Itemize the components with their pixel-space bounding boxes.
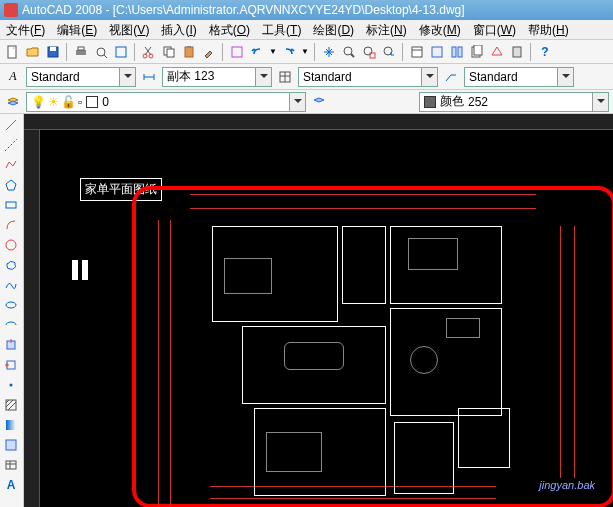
mtext-button[interactable]: A [2, 476, 20, 494]
make-block-button[interactable] [2, 356, 20, 374]
layer-dropdown[interactable]: 💡 ☀ 🔓 ▫ 0 [26, 92, 306, 112]
layer-previous-button[interactable] [310, 93, 328, 111]
menu-bar: 文件(F)编辑(E)视图(V)插入(I)格式(O)工具(T)绘图(D)标注(N)… [0, 20, 613, 40]
point-button[interactable] [2, 376, 20, 394]
print-button[interactable] [72, 43, 90, 61]
region-button[interactable] [2, 436, 20, 454]
viewport[interactable]: 家单平面图纸 [40, 130, 613, 507]
menu-m[interactable]: 修改(M) [413, 20, 467, 39]
spline-button[interactable] [2, 276, 20, 294]
room [342, 226, 386, 304]
menu-o[interactable]: 格式(O) [203, 20, 256, 39]
dropdown-arrow-icon[interactable] [421, 68, 437, 86]
room [458, 408, 510, 468]
markup-button[interactable] [488, 43, 506, 61]
line-button[interactable] [2, 116, 20, 134]
insert-block-button[interactable] [2, 336, 20, 354]
svg-rect-12 [185, 47, 193, 57]
save-button[interactable] [44, 43, 62, 61]
mleader-style-value: Standard [469, 70, 518, 84]
dropdown-arrow-icon[interactable] [119, 68, 135, 86]
block-editor-button[interactable] [228, 43, 246, 61]
svg-rect-23 [452, 47, 456, 57]
svg-rect-14 [232, 47, 242, 57]
open-button[interactable] [24, 43, 42, 61]
polygon-button[interactable] [2, 176, 20, 194]
svg-rect-36 [6, 202, 16, 208]
design-center-button[interactable] [428, 43, 446, 61]
gradient-button[interactable] [2, 416, 20, 434]
arc-button[interactable] [2, 216, 20, 234]
svg-rect-27 [513, 47, 521, 57]
match-properties-button[interactable] [200, 43, 218, 61]
zoom-window-button[interactable] [360, 43, 378, 61]
zoom-realtime-button[interactable] [340, 43, 358, 61]
circle-button[interactable] [2, 236, 20, 254]
redo-button[interactable] [280, 43, 298, 61]
paste-button[interactable] [180, 43, 198, 61]
menu-i[interactable]: 插入(I) [155, 20, 202, 39]
pan-button[interactable] [320, 43, 338, 61]
svg-rect-22 [432, 47, 442, 57]
menu-v[interactable]: 视图(V) [103, 20, 155, 39]
copy-button[interactable] [160, 43, 178, 61]
dropdown-arrow-icon[interactable] [289, 93, 305, 111]
dropdown-arrow-icon[interactable] [557, 68, 573, 86]
svg-rect-20 [412, 47, 422, 57]
menu-w[interactable]: 窗口(W) [467, 20, 522, 39]
revcloud-button[interactable] [2, 256, 20, 274]
undo-button[interactable] [248, 43, 266, 61]
dropdown-arrow-icon[interactable] [255, 68, 271, 86]
publish-button[interactable] [112, 43, 130, 61]
svg-line-34 [6, 120, 16, 130]
qcalc-button[interactable] [508, 43, 526, 61]
undo-dropdown[interactable]: ▼ [268, 43, 278, 61]
color-swatch-icon [424, 96, 436, 108]
furniture-table [410, 346, 438, 374]
tool-palettes-button[interactable] [448, 43, 466, 61]
table-style-icon[interactable] [276, 68, 294, 86]
text-style-icon[interactable]: A [4, 68, 22, 86]
mleader-style-dropdown[interactable]: Standard [464, 67, 574, 87]
dropdown-arrow-icon[interactable] [592, 93, 608, 111]
svg-rect-48 [6, 440, 16, 450]
help-button[interactable]: ? [536, 43, 554, 61]
menu-n[interactable]: 标注(N) [360, 20, 413, 39]
menu-d[interactable]: 绘图(D) [307, 20, 360, 39]
furniture-bed [266, 432, 322, 472]
menu-e[interactable]: 编辑(E) [51, 20, 103, 39]
menu-h[interactable]: 帮助(H) [522, 20, 575, 39]
plot-preview-button[interactable] [92, 43, 110, 61]
text-style-dropdown[interactable]: Standard [26, 67, 136, 87]
layer-properties-button[interactable] [4, 93, 22, 111]
rectangle-button[interactable] [2, 196, 20, 214]
app-icon [4, 3, 18, 17]
dim-style-dropdown[interactable]: 副本 123 [162, 67, 272, 87]
color-dropdown[interactable]: 颜色 252 [419, 92, 609, 112]
hatch-button[interactable] [2, 396, 20, 414]
svg-point-17 [364, 47, 372, 55]
furniture-bed [224, 258, 272, 294]
svg-rect-2 [50, 47, 56, 51]
plot-icon: ▫ [78, 95, 82, 109]
svg-rect-24 [458, 47, 462, 57]
ellipse-button[interactable] [2, 296, 20, 314]
construction-line-button[interactable] [2, 136, 20, 154]
properties-button[interactable] [408, 43, 426, 61]
zoom-previous-button[interactable] [380, 43, 398, 61]
cut-button[interactable] [140, 43, 158, 61]
drawing-canvas[interactable]: 家单平面图纸 [24, 114, 613, 507]
redo-dropdown[interactable]: ▼ [300, 43, 310, 61]
table-style-dropdown[interactable]: Standard [298, 67, 438, 87]
workspace: A 家单平面图纸 [0, 114, 613, 507]
menu-t[interactable]: 工具(T) [256, 20, 307, 39]
dim-style-icon[interactable] [140, 68, 158, 86]
ellipse-arc-button[interactable] [2, 316, 20, 334]
mleader-style-icon[interactable] [442, 68, 460, 86]
dimension-line [560, 226, 561, 478]
new-button[interactable] [4, 43, 22, 61]
polyline-button[interactable] [2, 156, 20, 174]
sheet-set-button[interactable] [468, 43, 486, 61]
table-button[interactable] [2, 456, 20, 474]
menu-f[interactable]: 文件(F) [0, 20, 51, 39]
